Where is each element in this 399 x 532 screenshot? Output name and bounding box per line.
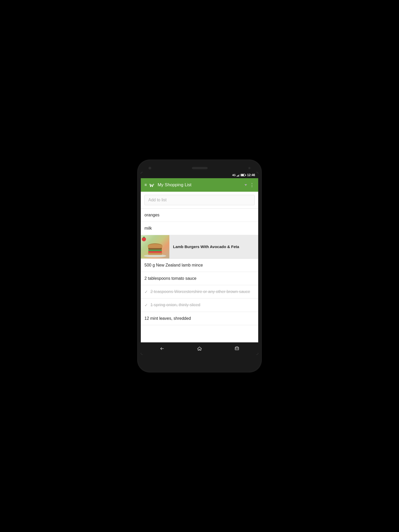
menu-icon[interactable]: ≡ [144,183,147,187]
svg-rect-1 [236,347,238,349]
list-item[interactable]: 2 tablespoons tomato sauce [141,272,258,285]
front-camera [149,167,151,169]
recipe-title-container: Lamb Burgers With Avocado & Feta [169,241,258,252]
recents-button[interactable] [229,343,245,354]
item-text: 500 g New Zealand lamb mince [144,263,203,267]
battery-icon [241,174,246,176]
back-button[interactable] [154,343,170,354]
list-item-checked[interactable]: ✓ 2 teaspoons Worcestershire or any othe… [141,285,258,298]
recipe-header[interactable]: Lamb Burgers With Avocado & Feta [141,235,258,259]
more-options-icon[interactable]: ⋮ [250,182,255,188]
item-text: 12 mint leaves, shredded [144,316,191,321]
status-time: 12:46 [247,173,255,177]
list-item[interactable]: 12 mint leaves, shredded [141,312,258,325]
checkmark-icon: ✓ [144,289,148,294]
app-header: ≡ w My Shopping List ⋮ [141,178,258,192]
list-item[interactable]: milk [141,222,258,235]
list-item[interactable]: 500 g New Zealand lamb mince [141,259,258,272]
home-button[interactable] [192,343,207,354]
bottom-navigation [141,342,258,355]
item-text: milk [144,226,152,230]
item-text-checked: 2 teaspoons Worcestershire or any other … [150,289,250,295]
dropdown-arrow-icon[interactable] [244,184,247,186]
status-bar: 4G 12:46 [141,172,258,178]
add-input-container [141,192,258,209]
recipe-title: Lamb Burgers With Avocado & Feta [173,244,239,249]
signal-strength-icon [237,174,240,177]
phone-sensor [248,167,250,169]
phone-frame: 4G 12:46 ≡ w My Shopping [137,159,262,373]
add-to-list-input[interactable] [144,195,255,205]
back-icon [159,346,165,351]
phone-top-bar [141,164,258,172]
signal-label: 4G [232,174,236,177]
status-icons: 4G 12:46 [232,173,255,177]
item-text: 2 tablespoons tomato sauce [144,276,196,281]
app-logo: w [149,181,154,189]
phone-speaker [192,167,208,169]
phone-screen: 4G 12:46 ≡ w My Shopping [141,172,258,355]
checkmark-icon: ✓ [144,303,148,308]
recents-icon [234,346,240,351]
header-title: My Shopping List [158,182,241,188]
content-area: oranges milk [141,192,258,342]
item-text: oranges [144,213,159,217]
home-icon [197,346,202,351]
list-item-checked[interactable]: ✓ 1 spring onion, thinly sliced [141,298,258,312]
recipe-image [141,235,169,258]
list-item[interactable]: oranges [141,209,258,222]
item-text-checked: 1 spring onion, thinly sliced [150,302,200,308]
